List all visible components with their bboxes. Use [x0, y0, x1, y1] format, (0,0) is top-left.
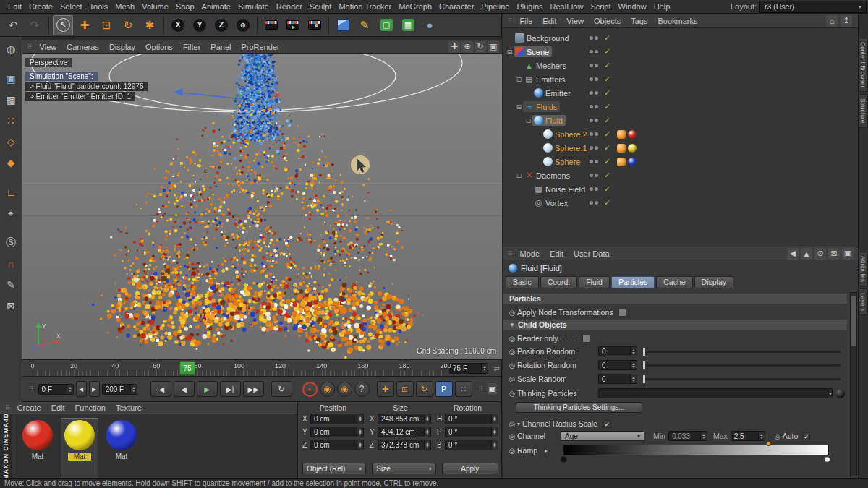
side-tab-attributes[interactable]: Attributes — [859, 252, 868, 286]
render-visibility-dot[interactable] — [595, 132, 598, 136]
thinking-particles-node-icon[interactable] — [835, 389, 845, 398]
key-scale-button[interactable]: ⊡ — [396, 381, 414, 397]
keyframe-dot-icon[interactable]: ◎ — [507, 432, 517, 440]
axis-mode-button[interactable]: ∟ — [1, 183, 20, 202]
render-settings-button[interactable] — [305, 15, 325, 35]
panel-options-icon[interactable]: ▣ — [842, 248, 854, 260]
stepper[interactable] — [424, 427, 430, 437]
render-visibility-dot[interactable] — [595, 91, 598, 95]
history-back-icon[interactable]: ◀ — [787, 248, 799, 260]
render-visibility-dot[interactable] — [595, 36, 598, 40]
editor-visibility-dot[interactable] — [590, 91, 593, 95]
tab-cache[interactable]: Cache — [656, 276, 692, 288]
menubar-item-mesh[interactable]: Mesh — [111, 2, 138, 11]
tree-row-emitter[interactable]: Emitter✓ — [503, 86, 858, 100]
tree-item[interactable]: Background — [514, 33, 572, 43]
attributes-scrollbar[interactable] — [850, 292, 857, 476]
enabled-check-icon[interactable]: ✓ — [604, 74, 610, 84]
material-swatch-3[interactable]: Mat — [103, 419, 140, 478]
record-position-button[interactable]: ◉ — [320, 382, 335, 397]
pen-tool-button[interactable]: ✎ — [354, 15, 375, 35]
object-manager-menu-edit[interactable]: Edit — [537, 17, 561, 25]
material-swatch-2[interactable]: Mat — [61, 419, 98, 478]
expand-icon[interactable]: ▸ — [545, 448, 548, 454]
slider-track[interactable] — [643, 351, 841, 353]
tree-item[interactable]: ▦Noise Field — [532, 184, 588, 194]
editor-visibility-dot[interactable] — [590, 201, 593, 205]
coord-field-size-y[interactable]: 494.12 cm — [378, 427, 431, 437]
scale-tool-button[interactable]: ⊡ — [96, 15, 116, 35]
next-frame-button[interactable]: ▶| — [220, 381, 241, 397]
menubar-item-character[interactable]: Character — [435, 2, 477, 11]
panel-grip-icon[interactable]: ⠿ — [506, 17, 515, 25]
channel-radius-scale-checkbox[interactable]: ✓ — [603, 420, 611, 428]
editor-visibility-dot[interactable] — [590, 64, 593, 67]
panel-grip-icon[interactable]: ⠿ — [25, 43, 35, 51]
lock-x-axis-button[interactable]: X — [168, 15, 188, 35]
view-label[interactable]: Perspective — [25, 58, 72, 67]
coord-field-rotation-p[interactable]: 0 ° — [445, 427, 498, 437]
enabled-check-icon[interactable]: ✓ — [604, 157, 610, 166]
slider-handle[interactable] — [643, 361, 645, 369]
coord-field-rotation-b[interactable]: 0 ° — [445, 440, 498, 450]
history-up-icon[interactable]: ▲ — [801, 248, 812, 260]
last-tool-button[interactable]: ✱ — [140, 15, 160, 35]
lock-z-axis-button[interactable]: Z — [211, 15, 231, 35]
menubar-item-edit[interactable]: Edit — [4, 2, 25, 11]
slider-track[interactable] — [643, 364, 841, 367]
material-tag-icon[interactable] — [628, 158, 637, 166]
polygon-mode-button[interactable]: ◆ — [1, 153, 20, 172]
tree-row-scene[interactable]: ⊟Scene✓ — [503, 45, 858, 59]
menubar-item-create[interactable]: Create — [25, 2, 56, 11]
render-visibility-dot[interactable] — [595, 160, 598, 163]
coordinate-system-button[interactable]: ⊕ — [233, 15, 253, 35]
render-visibility-dot[interactable] — [595, 77, 598, 81]
enabled-check-icon[interactable]: ✓ — [604, 47, 610, 56]
tree-item[interactable]: Sphere.2 — [542, 129, 590, 140]
object-manager-menu-file[interactable]: File — [515, 17, 538, 25]
key-points-button[interactable]: ∷ — [455, 381, 472, 397]
tree-row-noise-field[interactable]: ▦Noise Field✓ — [503, 182, 858, 196]
enabled-check-icon[interactable]: ✓ — [604, 129, 610, 139]
panel-grip-icon[interactable]: ⠿ — [27, 385, 36, 393]
key-rotate-button[interactable]: ↻ — [416, 381, 433, 397]
redo-button[interactable]: ↷ — [25, 15, 45, 35]
tree-row-sphere-2[interactable]: Sphere.2✓ — [503, 127, 858, 141]
menubar-item-motion-tracker[interactable]: Motion Tracker — [335, 2, 395, 11]
keyframe-dot-icon[interactable]: ◎ — [507, 348, 517, 356]
object-manager-menu-bookmarks[interactable]: Bookmarks — [653, 17, 703, 25]
coord-field-rotation-h[interactable]: 0 ° — [445, 414, 498, 424]
tree-item[interactable]: ◎Vortex — [532, 197, 571, 208]
render-view-button[interactable] — [261, 15, 281, 35]
slider-track[interactable] — [643, 378, 841, 380]
menubar-item-pipeline[interactable]: Pipeline — [477, 2, 513, 11]
texture-mode-button[interactable]: ▩ — [1, 90, 20, 109]
rotate-view-icon[interactable]: ↻ — [475, 41, 486, 53]
viewport-filter-button[interactable]: ⌖ — [1, 204, 20, 223]
enabled-check-icon[interactable]: ✓ — [604, 116, 610, 125]
tree-item[interactable]: Scene — [514, 46, 552, 57]
object-mode-dropdown[interactable]: Object (Rel) ▾ — [302, 463, 366, 474]
menubar-item-simulate[interactable]: Simulate — [234, 2, 273, 11]
stepper[interactable] — [357, 427, 363, 437]
tree-row-background[interactable]: Background✓ — [503, 31, 858, 45]
workplane-lock-button[interactable]: ⊠ — [1, 296, 20, 315]
material-menu-function[interactable]: Function — [70, 403, 111, 412]
viewport-menu-panel[interactable]: Panel — [205, 43, 236, 51]
render-picture-viewer-button[interactable] — [283, 15, 303, 35]
editor-visibility-dot[interactable] — [590, 36, 593, 40]
keyframe-dot-icon[interactable]: ◎ — [507, 335, 517, 343]
particle-geometry-tag-icon[interactable] — [617, 144, 626, 153]
editor-visibility-dot[interactable] — [590, 146, 593, 150]
stepper[interactable] — [357, 414, 363, 424]
start-frame-field[interactable]: 0 F — [38, 384, 74, 395]
material-swatch-1[interactable]: Mat — [20, 419, 56, 478]
collapse-icon[interactable]: ▾ — [517, 421, 520, 427]
menubar-item-help[interactable]: Help — [650, 2, 674, 11]
enabled-check-icon[interactable]: ✓ — [604, 171, 610, 180]
thinking-particles-settings-button[interactable]: Thinking Particles Settings... — [516, 402, 642, 413]
search-icon[interactable]: ⊙ — [814, 248, 826, 260]
panel-grip-icon[interactable]: ⠿ — [3, 404, 12, 411]
stepper[interactable] — [424, 440, 430, 450]
enabled-check-icon[interactable]: ✓ — [604, 143, 610, 153]
